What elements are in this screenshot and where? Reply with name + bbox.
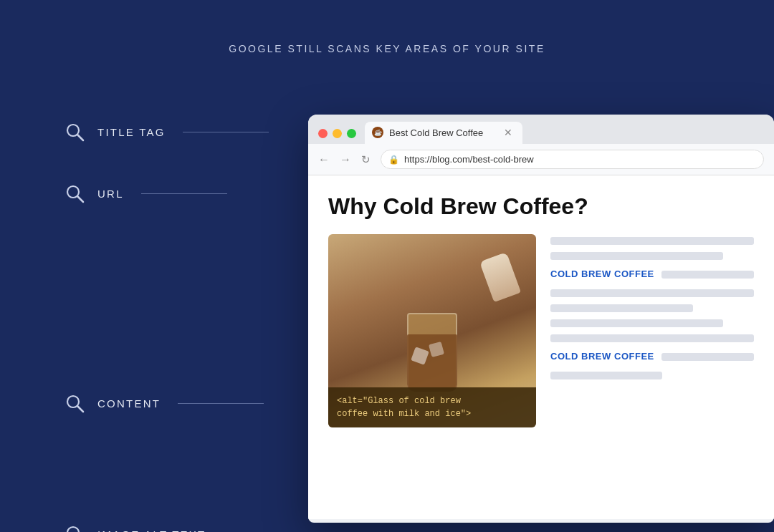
page-content: Why Cold Brew Coffee? <alt="Glass o [308, 175, 774, 519]
favicon-symbol: ☕ [374, 129, 382, 136]
traffic-light-green[interactable] [347, 129, 356, 138]
article-image-wrapper: <alt="Glass of cold brew coffee with mil… [328, 234, 536, 427]
sidebar-label-url: URL [97, 188, 124, 200]
sidebar-line-content [178, 403, 264, 404]
page-header-title: GOOGLE STILL SCANS KEY AREAS OF YOUR SIT… [0, 43, 774, 54]
hand-element [479, 252, 521, 302]
browser-tabs-row: ☕ Best Cold Brew Coffee ✕ [318, 122, 764, 144]
url-text: https://blog.com/best-cold-brew [404, 154, 534, 165]
tab-favicon: ☕ [372, 127, 383, 138]
traffic-light-red[interactable] [318, 129, 328, 138]
sidebar-item-image-alt-text: IMAGE ALT TEXT [64, 524, 310, 532]
keyword-row-1: COLD BREW COFFEE [550, 269, 754, 281]
svg-line-5 [77, 406, 83, 412]
sidebar-label-content: CONTENT [97, 397, 161, 410]
alt-text-line2: coffee with milk and ice"> [337, 407, 527, 420]
keyword-badge-1: COLD BREW COFFEE [550, 269, 654, 279]
address-bar-row: ← → ↻ 🔒 https://blog.com/best-cold-brew [308, 144, 774, 175]
sidebar-label-title-tag: TITLE TAG [97, 126, 166, 138]
tab-title: Best Cold Brew Coffee [389, 127, 498, 138]
refresh-button[interactable]: ↻ [361, 153, 371, 166]
keyword-row-2: COLD BREW COFFEE [550, 351, 754, 363]
text-line-4 [550, 304, 693, 312]
text-line-2 [550, 252, 723, 260]
search-icon-image-alt-text [64, 524, 85, 532]
traffic-lights [318, 129, 356, 144]
traffic-light-yellow[interactable] [333, 129, 342, 138]
alt-text-line1: <alt="Glass of cold brew [337, 395, 527, 407]
text-line-5 [550, 319, 723, 327]
sidebar: TITLE TAG URL CONTENT IMAGE ALT TEXT [64, 122, 310, 532]
svg-point-6 [67, 527, 79, 532]
lock-icon: 🔒 [388, 155, 399, 165]
text-line-3 [550, 289, 754, 297]
browser-chrome: ☕ Best Cold Brew Coffee ✕ [308, 115, 774, 144]
right-content: COLD BREW COFFEE COLD BREW COFFEE [550, 234, 754, 502]
back-button[interactable]: ← [318, 153, 330, 166]
page-heading: Why Cold Brew Coffee? [328, 193, 754, 220]
text-line-6 [550, 334, 754, 342]
sidebar-line-title-tag [183, 132, 269, 132]
svg-line-3 [77, 196, 83, 202]
keyword-line-after-1 [661, 271, 754, 279]
sidebar-item-url: URL [64, 183, 310, 203]
sidebar-item-content: CONTENT [64, 393, 310, 413]
tab-close-button[interactable]: ✕ [504, 127, 512, 137]
address-field[interactable]: 🔒 https://blog.com/best-cold-brew [381, 150, 764, 169]
search-icon-url [64, 183, 85, 203]
text-line-1 [550, 237, 754, 245]
sidebar-line-url [141, 193, 227, 194]
search-icon-title-tag [64, 122, 85, 142]
forward-button[interactable]: → [340, 153, 351, 166]
sidebar-item-title-tag: TITLE TAG [64, 122, 310, 142]
sidebar-label-image-alt-text: IMAGE ALT TEXT [97, 528, 206, 533]
alt-text-overlay: <alt="Glass of cold brew coffee with mil… [328, 387, 536, 427]
keyword-badge-2: COLD BREW COFFEE [550, 351, 654, 362]
svg-line-1 [77, 135, 83, 140]
keyword-line-after-2 [661, 353, 754, 361]
browser-tab-active[interactable]: ☕ Best Cold Brew Coffee ✕ [365, 122, 522, 144]
content-row: <alt="Glass of cold brew coffee with mil… [328, 234, 754, 502]
glass-illustration [400, 299, 464, 392]
browser-window: ☕ Best Cold Brew Coffee ✕ ← → ↻ 🔒 https:… [308, 115, 774, 523]
search-icon-content [64, 393, 85, 413]
text-line-7 [550, 372, 662, 379]
